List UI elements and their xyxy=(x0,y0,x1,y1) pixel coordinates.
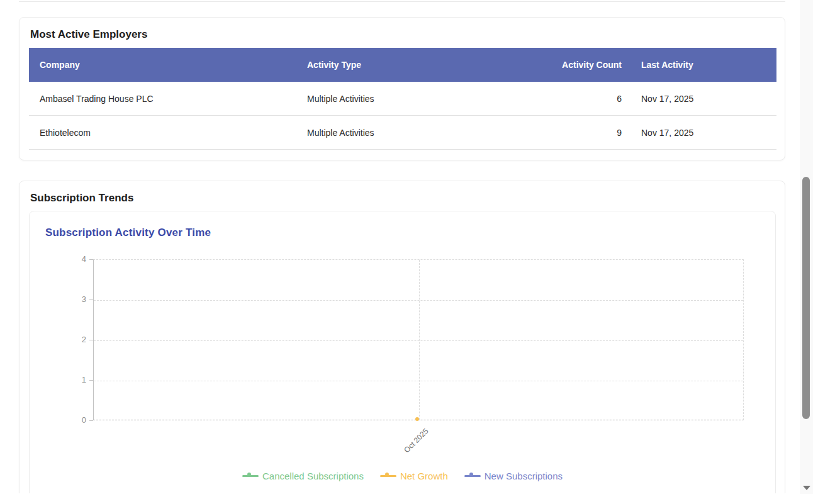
y-axis-tick-label: 4 xyxy=(65,254,86,265)
subscription-trends-title: Subscription Trends xyxy=(30,192,133,204)
x-axis-tick-label: Oct 2025 xyxy=(403,427,430,454)
y-axis-tick-label: 3 xyxy=(65,294,86,305)
subscription-trends-card: Subscription Trends Subscription Activit… xyxy=(19,181,785,504)
column-header-activity-count: Activity Count xyxy=(549,60,632,70)
y-axis-tick-mark xyxy=(89,420,93,421)
legend-item-new-subscriptions[interactable]: New Subscriptions xyxy=(464,471,563,481)
gridline xyxy=(94,340,743,341)
table-row: Ethiotelecom Multiple Activities 9 Nov 1… xyxy=(29,116,776,150)
scrollbar-thumb[interactable] xyxy=(802,177,810,419)
chart-legend: Cancelled Subscriptions Net Growth New S… xyxy=(30,471,775,481)
cell-activity-count: 6 xyxy=(549,94,632,104)
cell-company: Ambasel Trading House PLC xyxy=(29,94,296,104)
column-header-last-activity: Last Activity xyxy=(632,60,776,70)
cell-activity-type: Multiple Activities xyxy=(296,94,549,104)
previous-card-bottom-edge xyxy=(19,1,785,2)
employers-table-header-row: Company Activity Type Activity Count Las… xyxy=(29,48,776,82)
most-active-employers-card: Most Active Employers Company Activity T… xyxy=(19,17,785,160)
chart-title: Subscription Activity Over Time xyxy=(45,227,211,239)
legend-label: Cancelled Subscriptions xyxy=(262,471,364,481)
cell-company: Ethiotelecom xyxy=(29,128,296,138)
y-axis-tick-label: 0 xyxy=(65,415,86,426)
legend-item-net-growth[interactable]: Net Growth xyxy=(380,471,448,481)
gridline xyxy=(419,260,420,420)
chevron-down-icon xyxy=(803,486,810,490)
data-point-marker[interactable] xyxy=(415,417,419,421)
scrollbar-track[interactable] xyxy=(800,0,813,494)
employers-table: Company Activity Type Activity Count Las… xyxy=(29,48,776,150)
line-point-icon xyxy=(242,473,259,479)
scrollbar-down-button[interactable] xyxy=(800,480,813,493)
cell-last-activity: Nov 17, 2025 xyxy=(632,94,776,104)
line-point-icon xyxy=(380,473,396,479)
y-axis-tick-label: 2 xyxy=(65,334,86,345)
column-header-activity-type: Activity Type xyxy=(296,60,549,70)
chart-plot-area xyxy=(93,259,744,420)
cell-last-activity: Nov 17, 2025 xyxy=(632,128,776,138)
line-point-icon xyxy=(464,473,481,479)
table-row: Ambasel Trading House PLC Multiple Activ… xyxy=(29,82,776,116)
column-header-company: Company xyxy=(29,60,296,70)
legend-item-cancelled-subscriptions[interactable]: Cancelled Subscriptions xyxy=(242,471,364,481)
gridline xyxy=(94,381,743,381)
legend-label: New Subscriptions xyxy=(485,471,563,481)
legend-label: Net Growth xyxy=(400,471,448,481)
most-active-employers-title: Most Active Employers xyxy=(30,28,147,41)
viewport-bottom-strip xyxy=(0,493,835,504)
y-axis-tick-label: 1 xyxy=(65,374,86,386)
subscription-chart-card: Subscription Activity Over Time 4 3 2 1 … xyxy=(29,211,776,504)
cell-activity-type: Multiple Activities xyxy=(296,128,549,138)
gridline xyxy=(94,300,743,301)
cell-activity-count: 9 xyxy=(549,128,632,138)
